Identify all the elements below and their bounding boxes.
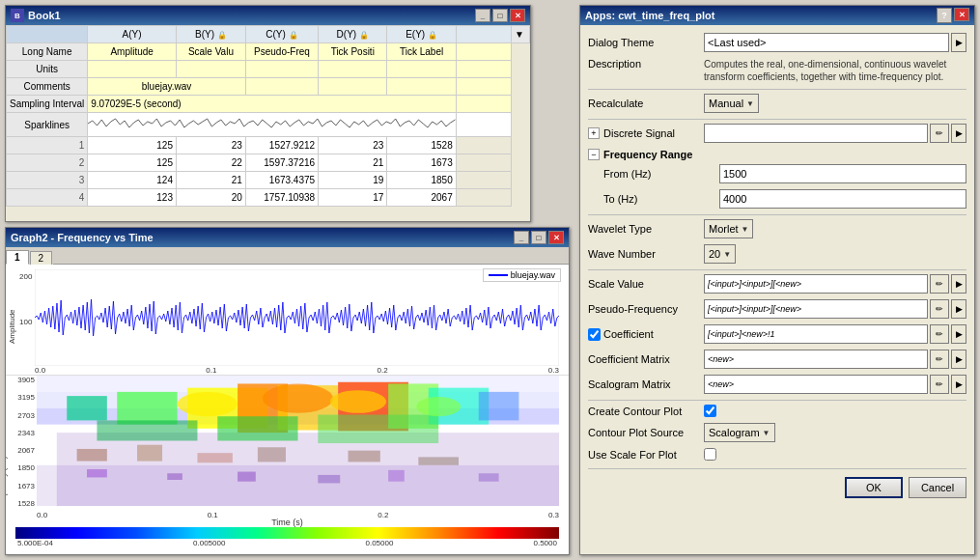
units-d[interactable]: [319, 61, 387, 78]
freq-from-input[interactable]: [719, 164, 966, 183]
coefficient-checkbox[interactable]: [588, 328, 601, 341]
discrete-signal-input[interactable]: [Book1]bluejay!(<auto>x',A"Amplitude"): [704, 124, 928, 143]
col-c-header[interactable]: C(Y) 🔒: [245, 26, 318, 43]
scalogram-label: Scalogram Matrix: [588, 378, 704, 390]
sampling-value[interactable]: 9.07029E-5 (second): [88, 96, 456, 113]
pseudo-freq-edit-btn[interactable]: ✏: [930, 299, 949, 319]
row2-d[interactable]: 21: [319, 154, 387, 172]
row2-e[interactable]: 1673: [387, 154, 456, 172]
coefficient-input[interactable]: [704, 324, 928, 344]
discrete-signal-arrow-btn[interactable]: ▶: [951, 124, 966, 143]
comments-c[interactable]: [245, 78, 318, 96]
colorbar: 5.000E-04 0.005000 0.05000 0.5000: [6, 527, 569, 554]
discrete-signal-edit-btn[interactable]: ✏: [930, 124, 949, 143]
col-e-header[interactable]: E(Y) 🔒: [387, 26, 456, 43]
row4-b[interactable]: 20: [176, 189, 245, 207]
book1-maximize-btn[interactable]: □: [492, 9, 508, 22]
row1-c[interactable]: 1527.9212: [245, 137, 318, 154]
theme-input[interactable]: <Last used>: [704, 33, 949, 52]
use-scale-label: Use Scale For Plot: [588, 449, 704, 461]
wavelet-type-dropdown[interactable]: Morlet ▼: [704, 219, 753, 238]
create-contour-checkbox[interactable]: [704, 405, 716, 417]
book1-close-btn[interactable]: ✕: [510, 9, 525, 22]
col-a-header[interactable]: A(Y): [88, 26, 177, 43]
theme-arrow-btn[interactable]: ▶: [951, 33, 966, 52]
scale-value-edit-btn[interactable]: ✏: [930, 274, 949, 294]
graph2-close-btn[interactable]: ✕: [548, 231, 564, 244]
panel-help-btn[interactable]: ?: [937, 8, 952, 23]
scalogram-edit-btn[interactable]: ✏: [930, 375, 949, 394]
row3-d[interactable]: 19: [319, 172, 387, 189]
row1-a[interactable]: 125: [88, 137, 177, 154]
coefficient-edit-btn[interactable]: ✏: [930, 324, 949, 344]
comments-value[interactable]: bluejay.wav: [88, 78, 246, 96]
graph-tab-1[interactable]: 1: [6, 250, 29, 265]
coeff-matrix-arrow-btn[interactable]: ▶: [951, 350, 966, 369]
graph2-minimize-btn[interactable]: _: [514, 231, 529, 244]
row1-b[interactable]: 23: [176, 137, 245, 154]
scale-value-input[interactable]: [704, 274, 928, 294]
svg-rect-25: [37, 465, 559, 506]
longname-a[interactable]: Amplitude: [88, 43, 177, 61]
row3-b[interactable]: 21: [176, 172, 245, 189]
ok-button[interactable]: OK: [845, 477, 903, 498]
pseudo-freq-arrow-btn[interactable]: ▶: [951, 299, 966, 319]
contour-source-dropdown[interactable]: Scalogram ▼: [704, 423, 775, 442]
units-b[interactable]: [176, 61, 245, 78]
freq-to-input[interactable]: [719, 189, 966, 209]
y-max-label: 200: [19, 272, 32, 281]
svg-rect-14: [479, 392, 519, 421]
svg-point-34: [330, 390, 386, 413]
coeff-matrix-input[interactable]: [704, 350, 928, 369]
longname-e[interactable]: Tick Label: [387, 43, 456, 61]
scroll-arrow[interactable]: ▼: [511, 26, 529, 43]
book1-minimize-btn[interactable]: _: [475, 9, 490, 22]
freq-range-toggle[interactable]: −: [588, 149, 600, 160]
pseudo-freq-label: Pseudo-Frequency: [588, 303, 704, 315]
use-scale-checkbox[interactable]: [704, 448, 716, 461]
units-e[interactable]: [387, 61, 456, 78]
row3-e[interactable]: 1850: [387, 172, 456, 189]
graph-tab-2[interactable]: 2: [30, 251, 53, 265]
longname-b[interactable]: Scale Valu: [176, 43, 245, 61]
row3-a[interactable]: 124: [88, 172, 177, 189]
svg-point-33: [263, 383, 333, 412]
coeff-matrix-edit-btn[interactable]: ✏: [930, 350, 949, 369]
row2-a[interactable]: 125: [88, 154, 177, 172]
row2-c[interactable]: 1597.37216: [245, 154, 318, 172]
wave-number-row: Wave Number 20 ▼: [588, 244, 966, 264]
col-b-header[interactable]: B(Y) 🔒: [176, 26, 245, 43]
cancel-button[interactable]: Cancel: [909, 477, 966, 498]
pseudo-freq-input[interactable]: [704, 299, 928, 319]
coefficient-arrow-btn[interactable]: ▶: [951, 324, 966, 344]
comments-d[interactable]: [319, 78, 387, 96]
wave-number-dropdown[interactable]: 20 ▼: [704, 244, 736, 264]
longname-c[interactable]: Pseudo-Freq: [245, 43, 318, 61]
scalogram-input[interactable]: [704, 375, 928, 394]
row2-b[interactable]: 22: [176, 154, 245, 172]
longname-d[interactable]: Tick Positi: [319, 43, 387, 61]
row4-e[interactable]: 2067: [387, 189, 456, 207]
graph2-maximize-btn[interactable]: □: [531, 231, 546, 244]
recalculate-dropdown[interactable]: Manual ▼: [704, 94, 759, 113]
units-a[interactable]: [88, 61, 177, 78]
discrete-signal-toggle[interactable]: +: [588, 127, 600, 139]
row1-d[interactable]: 23: [319, 137, 387, 154]
sparklines-label: Sparklines: [7, 113, 88, 137]
row4-c[interactable]: 1757.10938: [245, 189, 318, 207]
contour-source-label: Contour Plot Source: [588, 427, 704, 438]
theme-label: Dialog Theme: [588, 37, 704, 48]
col-d-header[interactable]: D(Y) 🔒: [319, 26, 387, 43]
x-bottom-0: 0.0: [37, 511, 47, 519]
comments-e[interactable]: [387, 78, 456, 96]
data-row-4: 4 123 20 1757.10938 17 2067: [7, 189, 530, 207]
row4-a[interactable]: 123: [88, 189, 177, 207]
scale-value-arrow-btn[interactable]: ▶: [951, 274, 966, 294]
row3-c[interactable]: 1673.4375: [245, 172, 318, 189]
time-label: Time (s): [271, 518, 303, 527]
row1-e[interactable]: 1528: [387, 137, 456, 154]
scalogram-arrow-btn[interactable]: ▶: [951, 375, 966, 394]
units-c[interactable]: [245, 61, 318, 78]
panel-close-btn[interactable]: ✕: [954, 8, 969, 21]
row4-d[interactable]: 17: [319, 189, 387, 207]
